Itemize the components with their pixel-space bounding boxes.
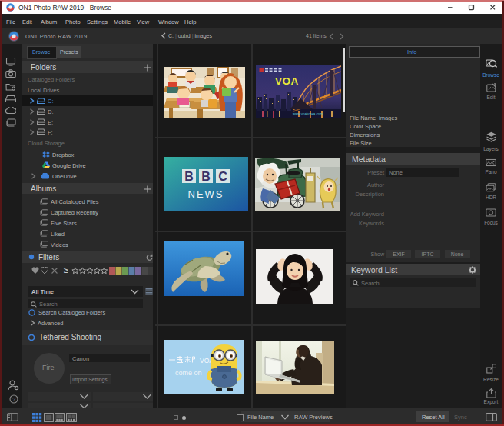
svg-text:VOA: VOA (275, 75, 299, 87)
svg-text:B: B (201, 170, 211, 183)
svg-text:NEWS: NEWS (188, 188, 224, 200)
svg-text:www.voakorea.com: www.voakorea.com (293, 112, 323, 116)
svg-text:B: B (184, 170, 194, 183)
svg-text:?: ? (12, 396, 15, 403)
svg-text:C: C (218, 170, 227, 183)
svg-text:come on: come on (175, 369, 202, 377)
